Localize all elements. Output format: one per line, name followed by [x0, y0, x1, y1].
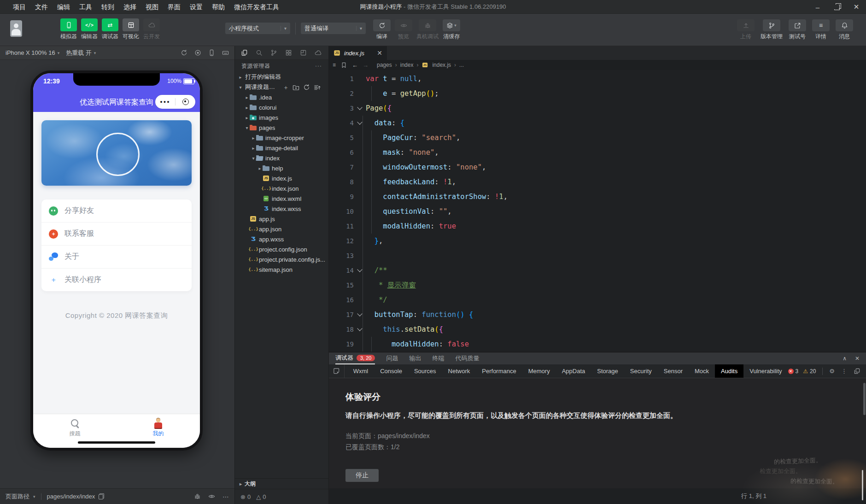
menu-界面[interactable]: 界面	[163, 0, 185, 14]
devtools-tab-Sensor[interactable]: Sensor	[658, 364, 689, 378]
devtools-tab-Security[interactable]: Security	[624, 364, 658, 378]
exit-icon[interactable]	[176, 99, 195, 105]
code-line[interactable]: 16 */	[329, 293, 866, 307]
code-line[interactable]: 9 contactAdministratorShow: !1,	[329, 189, 866, 204]
code-line[interactable]: 6 mask: "none",	[329, 145, 866, 160]
debugger-tab-调试器[interactable]: 调试器3, 20	[335, 352, 375, 364]
tree-item-image-cropper[interactable]: ▸image-cropper	[235, 133, 328, 143]
tool-调试器[interactable]: ⇄调试器	[101, 18, 119, 41]
device-select[interactable]: iPhone X 100% 16▾	[6, 49, 66, 56]
close-panel-icon[interactable]: ✕	[855, 356, 860, 361]
compile-mode-select[interactable]: 普通编译▾	[301, 23, 366, 34]
tree-item-image-detail[interactable]: ▸image-detail	[235, 143, 328, 153]
tree-item-project.private.config.js...[interactable]: project.private.config.js...	[235, 254, 328, 264]
tree-item-index[interactable]: ▾index	[235, 153, 328, 163]
restore-button[interactable]	[827, 0, 847, 14]
collapse-all-icon[interactable]	[314, 84, 321, 91]
new-file-icon[interactable]: ＋	[283, 84, 289, 91]
devtools-tab-Audits[interactable]: Audits	[715, 364, 743, 378]
menu-设置[interactable]: 设置	[185, 0, 207, 14]
tree-item-index.wxss[interactable]: index.wxss	[235, 204, 328, 214]
menu-item-关联小程序[interactable]: 关联小程序	[41, 268, 192, 291]
inspect-icon[interactable]	[329, 364, 345, 378]
tree-item-pages[interactable]: ▾pages	[235, 123, 328, 133]
tree-item-app.js[interactable]: app.js	[235, 214, 328, 224]
action-详情[interactable]: ≡详情	[812, 19, 830, 41]
fold-chevron-icon[interactable]	[357, 267, 362, 272]
tree-item-打开的编辑器[interactable]: ▸打开的编辑器	[235, 72, 328, 82]
crumb-pages[interactable]: pages	[377, 62, 392, 68]
explorer-more-icon[interactable]: ···	[315, 63, 322, 69]
code-line[interactable]: 15 * 显示弹窗	[329, 278, 866, 293]
devtools-tab-Sources[interactable]: Sources	[408, 364, 442, 378]
code-line[interactable]: 11 modalHidden: true	[329, 219, 866, 234]
tree-item-网课搜题小...[interactable]: ▾网课搜题小... ＋	[235, 82, 328, 92]
tree-item-app.wxss[interactable]: app.wxss	[235, 234, 328, 244]
menu-项目[interactable]: 项目	[8, 0, 30, 14]
copy-icon[interactable]	[99, 493, 104, 499]
capsule-button[interactable]: ●●●	[155, 95, 195, 109]
code-editor[interactable]: 1var t = null,2 e = getApp();3Page({4 da…	[329, 70, 866, 352]
refresh-icon[interactable]	[181, 49, 187, 56]
package-icon[interactable]	[296, 47, 310, 59]
menu-文件[interactable]: 文件	[30, 0, 53, 14]
keyboard-icon[interactable]	[222, 49, 229, 56]
close-button[interactable]: ✕	[847, 0, 866, 14]
code-line[interactable]: 2 e = getApp();	[329, 86, 866, 101]
code-line[interactable]: 4 data: {	[329, 116, 866, 130]
undock-icon[interactable]	[854, 368, 860, 375]
code-line[interactable]: 12 },	[329, 234, 866, 248]
debugger-tab-代码质量[interactable]: 代码质量	[455, 352, 479, 364]
menu-转到[interactable]: 转到	[97, 0, 119, 14]
fold-chevron-icon[interactable]	[357, 326, 362, 331]
mode-select[interactable]: 小程序模式▾	[225, 23, 290, 34]
minimize-button[interactable]: –	[808, 0, 827, 14]
tab-close-icon[interactable]: ✕	[377, 49, 382, 57]
tool-可视化[interactable]: 可视化	[122, 18, 140, 41]
eye-icon[interactable]	[208, 493, 215, 500]
tool-模拟器[interactable]: 模拟器	[60, 18, 77, 41]
more-icon[interactable]: ●●●	[155, 100, 175, 104]
fold-chevron-icon[interactable]	[357, 311, 362, 316]
code-line[interactable]: 19 modalHidden: false	[329, 337, 866, 352]
debugger-tab-输出[interactable]: 输出	[409, 352, 421, 364]
extensions-icon[interactable]	[281, 47, 296, 59]
devtools-tab-Network[interactable]: Network	[442, 364, 476, 378]
code-line[interactable]: 17 buttonTap: function() {	[329, 307, 866, 322]
tree-item-images[interactable]: ▸images	[235, 112, 328, 123]
code-line[interactable]: 14 /**	[329, 263, 866, 278]
code-line[interactable]: 13	[329, 248, 866, 263]
action-消息[interactable]: 消息	[836, 19, 853, 41]
fold-chevron-icon[interactable]	[357, 119, 362, 124]
banner-image[interactable]	[41, 120, 192, 186]
code-line[interactable]: 1var t = null,	[329, 71, 866, 86]
devtools-tab-Memory[interactable]: Memory	[522, 364, 556, 378]
device-frame-icon[interactable]	[208, 49, 215, 56]
fold-chevron-icon[interactable]	[357, 105, 362, 110]
crumb-...[interactable]: ...	[459, 62, 464, 68]
code-line[interactable]: 3Page({	[329, 101, 866, 116]
bookmark-icon[interactable]	[340, 62, 347, 69]
code-line[interactable]: 10 questionVal: "",	[329, 204, 866, 219]
tree-item-project.config.json[interactable]: project.config.json	[235, 244, 328, 254]
action-清缓存[interactable]: ▾清缓存	[443, 19, 460, 41]
debugger-tab-问题[interactable]: 问题	[386, 352, 398, 364]
tab-index-js[interactable]: index.js ✕	[329, 46, 387, 60]
code-line[interactable]: 18 this.setData({	[329, 322, 866, 337]
menu-item-关于[interactable]: 关于	[41, 245, 192, 268]
menu-编辑[interactable]: 编辑	[53, 0, 75, 14]
action-版本管理[interactable]: 版本管理	[761, 19, 783, 41]
more-dots-icon[interactable]: ⋯	[222, 493, 229, 500]
tree-item-index.js[interactable]: index.js	[235, 173, 328, 183]
tree-item-colorui[interactable]: ▸colorui	[235, 102, 328, 112]
devtools-tab-Storage[interactable]: Storage	[591, 364, 624, 378]
page-path-label[interactable]: 页面路径	[6, 492, 29, 501]
debugger-tab-终端[interactable]: 终端	[432, 352, 444, 364]
kebab-menu-icon[interactable]: ⋮	[841, 368, 847, 374]
menu-工具[interactable]: 工具	[75, 0, 97, 14]
search-icon[interactable]	[252, 47, 266, 59]
files-icon[interactable]	[237, 47, 252, 59]
nav-back-icon[interactable]: ←	[352, 62, 358, 69]
outline-list-icon[interactable]: ≡	[333, 62, 336, 68]
devtools-tab-Wxml[interactable]: Wxml	[347, 364, 374, 378]
